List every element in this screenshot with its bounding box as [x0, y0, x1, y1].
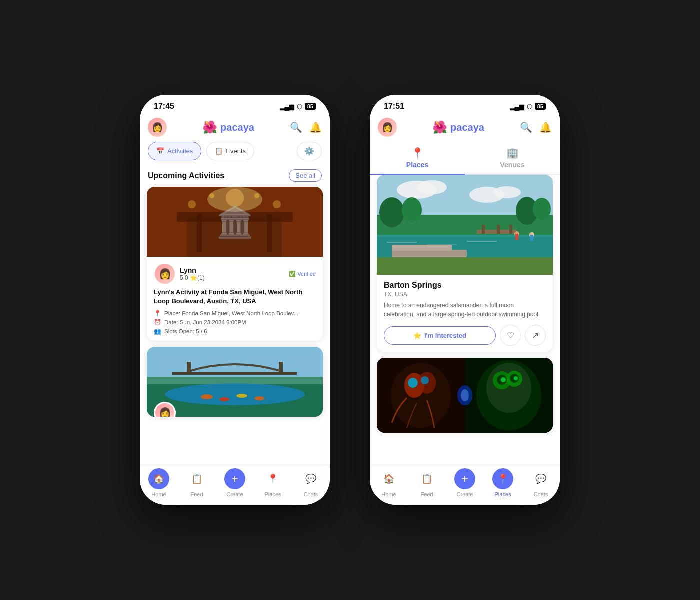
chats-label-right: Chats — [534, 492, 548, 498]
like-button[interactable]: ♡ — [500, 325, 521, 346]
user-info: Lynn 5.0 ⭐(1) — [180, 266, 285, 282]
feed-label-right: Feed — [420, 492, 433, 498]
bottom-nav-right: 🏠 Home 📋 Feed + Create 📍 Places 💬 Chats — [370, 465, 560, 505]
place-card-cave: 0.42 Km — [377, 358, 553, 433]
activities-label: Activities — [168, 148, 193, 155]
create-icon-wrap: + — [224, 468, 246, 490]
user-rating: 5.0 ⭐(1) — [180, 274, 285, 282]
logo-icon-left: 🌺 — [202, 120, 218, 134]
status-bar-left: 17:45 ▂▄▆ ⬡ 85 — [140, 95, 330, 115]
venues-tab-label: Venues — [500, 161, 524, 169]
nav-places-left[interactable]: 📍 Places — [262, 468, 284, 498]
places-tab-icon: 📍 — [412, 147, 424, 159]
nav-feed-right[interactable]: 📋 Feed — [416, 468, 438, 498]
app-header-left: 👩 🌺 pacaya 🔍 🔔 — [140, 115, 330, 142]
chats-icon-wrap-right: 💬 — [530, 468, 552, 490]
signal-icon-left: ▂▄▆ — [280, 103, 294, 110]
place-body-1: Barton Springs TX, USA Home to an endang… — [377, 275, 553, 352]
nav-places-right[interactable]: 📍 Places — [492, 468, 514, 498]
nav-create-left[interactable]: + Create — [224, 468, 246, 498]
see-all-button[interactable]: See all — [289, 170, 322, 182]
user-avatar-card: 👩 — [154, 263, 176, 285]
feed-label-left: Feed — [190, 492, 203, 498]
nav-home-left[interactable]: 🏠 Home — [148, 468, 170, 498]
svg-rect-12 — [147, 187, 323, 257]
chats-icon-wrap: 💬 — [300, 468, 322, 490]
tab-events[interactable]: 📋 Events — [206, 142, 254, 160]
battery-left: 85 — [305, 103, 316, 110]
barton-springs-image: 2.75 Km — [377, 175, 553, 275]
slots-icon: 👥 — [154, 328, 162, 335]
signal-icon-right: ▂▄▆ — [510, 103, 524, 110]
card-image-outdoors: 🏞️ Outdoors — [147, 347, 323, 417]
nav-chats-right[interactable]: 💬 Chats — [530, 468, 552, 498]
places-label-left: Places — [264, 492, 281, 498]
events-icon: 📋 — [215, 148, 223, 155]
activity-card-2: 🏞️ Outdoors — [147, 347, 323, 417]
status-icons-right: ▂▄▆ ⬡ 85 — [510, 103, 546, 110]
date-text: Date: Sun, Jun 23 2024 6:00PM — [164, 320, 246, 326]
tab-venues-right[interactable]: 🏢 Venues — [465, 142, 560, 175]
card-body-1: 👩 Lynn 5.0 ⭐(1) ✅ Verified Lynn's Activi… — [147, 257, 323, 341]
places-icon-wrap: 📍 — [262, 468, 284, 490]
activity-card-1: ✈️ ✈️ Travel Travel — [147, 187, 323, 341]
place-icon: 📍 — [154, 310, 162, 317]
phone-left: 17:45 ▂▄▆ ⬡ 85 👩 🌺 pacaya 🔍 🔔 📅 Acti — [140, 95, 330, 505]
create-label-right: Create — [456, 492, 473, 498]
bottom-nav-left: 🏠 Home 📋 Feed + Create 📍 Places 💬 Chats — [140, 465, 330, 505]
nav-chats-left[interactable]: 💬 Chats — [300, 468, 322, 498]
interested-button[interactable]: ⭐ I'm Interested — [384, 326, 496, 345]
user-name: Lynn — [180, 266, 285, 274]
bell-button-left[interactable]: 🔔 — [310, 122, 322, 134]
status-icons-left: ▂▄▆ ⬡ 85 — [280, 103, 316, 110]
star-icon: ⭐ — [414, 332, 422, 340]
user-avatar-right[interactable]: 👩 — [378, 118, 397, 137]
slots-row: 👥 Slots Open: 5 / 6 — [154, 328, 316, 335]
filter-button[interactable]: ⚙️ — [297, 142, 322, 160]
status-time-right: 17:51 — [384, 102, 404, 111]
nav-home-right[interactable]: 🏠 Home — [378, 468, 400, 498]
nav-feed-left[interactable]: 📋 Feed — [186, 468, 208, 498]
nav-create-right[interactable]: + Create — [454, 468, 476, 498]
search-button-left[interactable]: 🔍 — [290, 122, 302, 134]
tab-activities[interactable]: 📅 Activities — [148, 142, 202, 160]
search-button-right[interactable]: 🔍 — [520, 122, 532, 134]
card-user-row: 👩 Lynn 5.0 ⭐(1) ✅ Verified — [154, 263, 316, 285]
create-label-left: Create — [226, 492, 243, 498]
section-title-left: Upcoming Activities — [148, 172, 224, 180]
card-title-1: Lynn's Activity at Fonda San Miguel, Wes… — [154, 288, 316, 306]
wifi-icon-right: ⬡ — [527, 103, 532, 110]
bell-button-right[interactable]: 🔔 — [540, 122, 552, 134]
logo-left: 🌺 pacaya — [202, 120, 254, 134]
place-desc-1: Home to an endangered salamander, a full… — [384, 301, 546, 319]
share-button[interactable]: ↗ — [525, 325, 546, 346]
create-icon-wrap-right: + — [454, 468, 476, 490]
svg-rect-53 — [377, 175, 553, 275]
status-time-left: 17:45 — [154, 102, 174, 111]
cave-image: 0.42 Km — [377, 358, 553, 433]
home-label-left: Home — [152, 492, 166, 498]
place-name-1: Barton Springs — [384, 281, 546, 290]
phone-right: 17:51 ▂▄▆ ⬡ 85 👩 🌺 pacaya 🔍 🔔 📍 Plac — [370, 95, 560, 505]
app-header-right: 👩 🌺 pacaya 🔍 🔔 — [370, 115, 560, 142]
tab-places-right[interactable]: 📍 Places — [370, 142, 465, 175]
status-bar-right: 17:51 ▂▄▆ ⬡ 85 — [370, 95, 560, 115]
card-meta-1: 📍 Place: Fonda San Miguel, West North Lo… — [154, 310, 316, 335]
place-location-1: TX, USA — [384, 291, 546, 298]
places-tab-label: Places — [406, 161, 428, 169]
places-venues-tabs: 📍 Places 🏢 Venues — [370, 142, 560, 175]
activities-icon: 📅 — [156, 148, 164, 155]
main-scene: 17:45 ▂▄▆ ⬡ 85 👩 🌺 pacaya 🔍 🔔 📅 Acti — [140, 95, 560, 505]
home-label-right: Home — [382, 492, 396, 498]
user-avatar-left[interactable]: 👩 — [148, 118, 167, 137]
place-text: Place: Fonda San Miguel, West North Loop… — [164, 310, 298, 316]
logo-right: 🌺 pacaya — [432, 120, 484, 134]
section-header-left: Upcoming Activities See all — [140, 166, 330, 187]
logo-text-left: pacaya — [220, 122, 254, 134]
home-icon-wrap: 🏠 — [148, 468, 170, 490]
battery-right: 85 — [535, 103, 546, 110]
slots-text: Slots Open: 5 / 6 — [164, 328, 208, 334]
wifi-icon-left: ⬡ — [297, 103, 302, 110]
verified-icon: ✅ — [289, 271, 296, 278]
card-image-travel: ✈️ ✈️ Travel Travel — [147, 187, 323, 257]
